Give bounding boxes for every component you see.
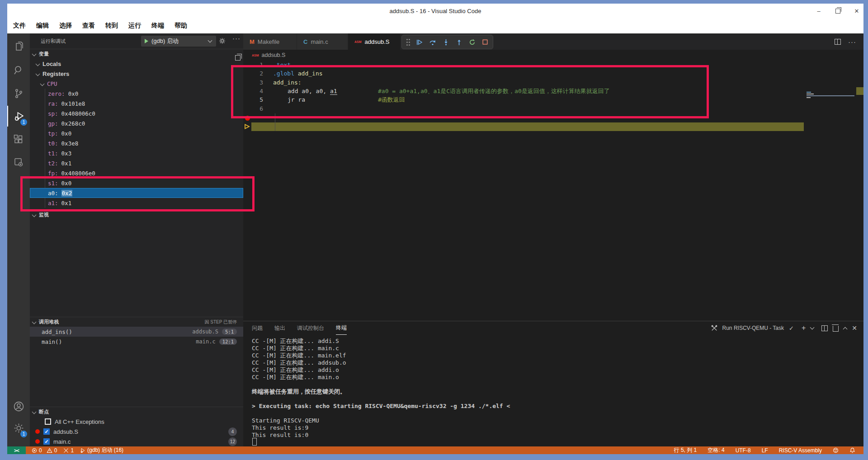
minimap-line <box>807 95 854 96</box>
register-row[interactable]: sp:0x408006c0 <box>30 108 243 118</box>
locals-group[interactable]: Locals <box>30 59 243 69</box>
status-bar: >< 0 0 1 (gdb) 启动 (16) 行 5, 列 1 空格: 4 UT… <box>7 446 863 454</box>
debug-toolbar <box>401 35 493 49</box>
frame-position-badge: 5:1 <box>222 329 237 335</box>
panel-tab-problems[interactable]: 问题 <box>252 321 263 335</box>
menu-selection[interactable]: 选择 <box>59 22 72 30</box>
callstack-section-header[interactable]: 调用堆栈 因 STEP 已暂停 <box>30 317 243 327</box>
menu-help[interactable]: 帮助 <box>175 22 187 30</box>
remote-explorer-icon[interactable] <box>7 152 30 173</box>
panel-tab-output[interactable]: 输出 <box>274 321 285 335</box>
split-terminal-icon[interactable] <box>821 325 828 331</box>
breakpoint-line-badge: 4 <box>228 427 237 436</box>
close-icon[interactable]: ✕ <box>854 8 860 14</box>
breadcrumb-file: addsub.S <box>262 52 286 58</box>
minimap-line <box>807 97 811 98</box>
eol-sequence[interactable]: LF <box>762 447 768 454</box>
current-line-arrow-icon <box>244 123 250 130</box>
step-over-icon[interactable] <box>429 39 436 46</box>
editor-more-actions-icon[interactable]: ··· <box>848 38 856 46</box>
cursor-position[interactable]: 行 5, 列 1 <box>674 446 697 454</box>
breakpoint-row[interactable]: ✓ addsub.S 4 <box>30 427 243 437</box>
tab-makefile[interactable]: M Makefile <box>243 33 297 50</box>
debug-settings-gear-icon[interactable] <box>219 38 226 44</box>
register-row[interactable]: t1:0x3 <box>30 148 243 158</box>
step-out-icon[interactable] <box>456 39 462 46</box>
terminal-line: Starting RISCV-QEMU <box>252 417 319 424</box>
stack-frame[interactable]: add_ins() addsub.S5:1 <box>30 327 243 337</box>
breakpoints-section-header[interactable]: 断点 <box>30 407 243 417</box>
register-row[interactable]: zero:0x0 <box>30 89 243 99</box>
minimize-icon[interactable]: – <box>816 8 822 14</box>
asm-file-icon: ASM <box>354 40 362 43</box>
accounts-icon[interactable] <box>7 396 30 417</box>
launch-config-dropdown[interactable]: (gdb) 启动 <box>141 36 216 47</box>
settings-gear-icon[interactable]: 1 <box>7 418 30 438</box>
split-editor-icon[interactable] <box>835 39 841 45</box>
encoding[interactable]: UTF-8 <box>736 447 751 454</box>
continue-icon[interactable] <box>416 39 423 46</box>
menu-edit[interactable]: 编辑 <box>36 22 49 30</box>
menu-terminal[interactable]: 终端 <box>151 22 164 30</box>
language-mode[interactable]: RISC-V Assembly <box>779 447 822 454</box>
tab-addsub-s[interactable]: ASM addsub.S <box>348 33 400 50</box>
register-row[interactable]: gp:0x268c0 <box>30 118 243 128</box>
register-row[interactable]: t2:0x1 <box>30 158 243 168</box>
extensions-icon[interactable] <box>7 129 30 150</box>
terminal-task-label[interactable]: Run RISCV-QEMU - Task <box>722 325 784 331</box>
drag-handle-icon[interactable] <box>406 39 408 40</box>
stack-frame[interactable]: main() main.c12:1 <box>30 337 243 347</box>
source-control-icon[interactable] <box>7 83 30 104</box>
register-row[interactable]: t0:0x3e8 <box>30 138 243 148</box>
explorer-icon[interactable] <box>7 36 30 57</box>
panel-tab-terminal[interactable]: 终端 <box>336 321 347 335</box>
notifications-bell-icon[interactable] <box>849 447 855 453</box>
asm-file-icon: ASM <box>252 54 259 57</box>
terminal-line: > Executing task: echo Starting RISCV-QE… <box>252 403 510 409</box>
current-line-highlight <box>251 122 804 131</box>
search-icon[interactable] <box>7 60 30 80</box>
problems-status[interactable]: 0 0 <box>32 447 57 454</box>
menu-file[interactable]: 文件 <box>13 22 26 30</box>
breakpoint-row[interactable]: ✓ main.c 12 <box>30 437 243 446</box>
debug-session-status[interactable]: (gdb) 启动 (16) <box>80 446 123 454</box>
close-panel-icon[interactable]: ✕ <box>852 324 857 332</box>
launch-config-label: (gdb) 启动 <box>151 37 179 45</box>
breakpoint-dot <box>35 439 40 444</box>
breadcrumb[interactable]: ASM addsub.S <box>243 50 863 61</box>
register-row[interactable]: tp:0x0 <box>30 128 243 138</box>
more-actions-icon[interactable]: ··· <box>232 34 241 42</box>
restart-icon[interactable] <box>469 39 476 46</box>
start-debug-icon[interactable] <box>145 39 148 43</box>
indentation[interactable]: 空格: 4 <box>708 446 724 454</box>
checkbox-checked[interactable]: ✓ <box>43 428 50 435</box>
overview-ruler-current-line-mark <box>856 87 863 95</box>
menu-goto[interactable]: 转到 <box>105 22 118 30</box>
run-and-debug-icon[interactable]: 1 <box>7 106 30 127</box>
activity-bar: 1 1 <box>7 33 30 446</box>
new-terminal-icon[interactable]: + <box>802 324 806 332</box>
minimap[interactable] <box>806 58 862 112</box>
feedback-icon[interactable] <box>833 447 839 453</box>
menu-view[interactable]: 查看 <box>82 22 95 30</box>
register-row[interactable]: ra:0x101e8 <box>30 99 243 108</box>
panel-tab-debug-console[interactable]: 调试控制台 <box>297 321 324 335</box>
kill-terminal-icon[interactable] <box>833 326 839 332</box>
checkbox-checked[interactable]: ✓ <box>43 438 50 445</box>
tab-main-c[interactable]: C main.c <box>297 33 348 50</box>
checkbox-unchecked[interactable] <box>45 418 51 425</box>
running-tasks-status[interactable]: 1 <box>63 447 74 454</box>
terminal-dropdown-icon[interactable] <box>810 325 815 330</box>
stop-icon[interactable] <box>482 39 488 45</box>
remote-indicator[interactable]: >< <box>7 446 26 454</box>
maximize-panel-icon[interactable] <box>843 327 848 331</box>
step-into-icon[interactable] <box>443 39 449 46</box>
menu-run[interactable]: 运行 <box>128 22 141 30</box>
variables-section-header[interactable]: 变量 <box>30 49 243 59</box>
annotation-box-code <box>231 65 709 118</box>
registers-group[interactable]: Registers <box>30 69 243 79</box>
bottom-panel: 问题 输出 调试控制台 终端 Run RISCV-QEMU - Task ✓ +… <box>243 321 863 446</box>
breakpoint-exceptions-row[interactable]: All C++ Exceptions <box>30 417 243 427</box>
cpu-group[interactable]: CPU <box>30 79 243 89</box>
restore-icon[interactable] <box>835 8 841 14</box>
